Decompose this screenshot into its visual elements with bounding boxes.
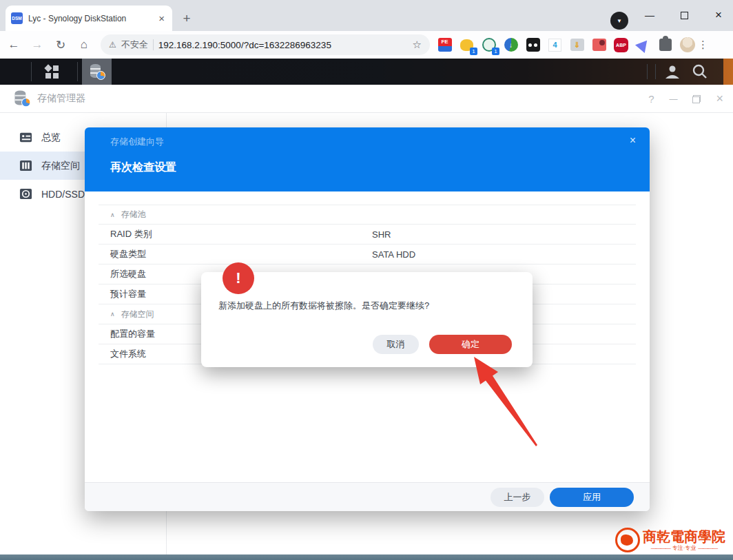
taskbar-divider bbox=[647, 64, 648, 79]
home-icon[interactable]: ⌂ bbox=[74, 35, 94, 54]
storage-manager-icon bbox=[89, 63, 105, 80]
chevron-up-icon: ∧ bbox=[110, 211, 115, 218]
window-titlebar[interactable]: 存储管理器 ? — × bbox=[0, 85, 733, 113]
darkreader-extension-icon[interactable] bbox=[525, 37, 541, 53]
four-icon: 4 bbox=[548, 39, 561, 52]
overview-icon bbox=[19, 131, 32, 144]
row-value: SATA HDD bbox=[372, 249, 415, 260]
alert-exclamation-icon: ! bbox=[223, 262, 254, 294]
bird-extension-icon[interactable] bbox=[635, 37, 651, 53]
watermark-title: 商乾電商學院 bbox=[643, 529, 725, 544]
watermark: 商乾電商學院 专注·专业 bbox=[615, 526, 732, 554]
close-icon[interactable]: × bbox=[716, 92, 723, 106]
section-row-storage-pool[interactable]: ∧ 存储池 bbox=[99, 205, 636, 225]
apps-grid-icon bbox=[45, 65, 59, 79]
sidebar-item-label: 存储空间 bbox=[41, 160, 80, 172]
forward-icon[interactable]: → bbox=[28, 35, 47, 54]
new-tab-button[interactable]: + bbox=[178, 10, 196, 28]
row-label: 配置的容量 bbox=[99, 328, 155, 340]
section-label: 存储空间 bbox=[121, 309, 154, 320]
minimize-icon[interactable]: — bbox=[669, 94, 677, 104]
section-label: 存储池 bbox=[121, 209, 146, 220]
address-bar[interactable]: ⚠ 不安全 192.168.2.190:5000/?dc=16322869632… bbox=[101, 34, 430, 55]
wizard-close-icon[interactable]: × bbox=[630, 134, 636, 147]
profile-avatar[interactable] bbox=[679, 37, 695, 53]
row-value: SHR bbox=[372, 229, 391, 240]
hdd-icon bbox=[19, 187, 32, 200]
dark-eyes-icon bbox=[526, 38, 540, 52]
url-text[interactable]: 192.168.2.190:5000/?dc=1632286963235 bbox=[158, 40, 408, 50]
red-annotation-arrow bbox=[448, 348, 544, 451]
user-icon[interactable] bbox=[663, 63, 681, 80]
cancel-button[interactable]: 取消 bbox=[373, 335, 419, 354]
image-download-icon: ⇓ bbox=[570, 39, 584, 51]
row-label: 所选硬盘 bbox=[99, 268, 146, 280]
browser-maximize-button[interactable] bbox=[674, 6, 694, 25]
picture-extension-icon[interactable] bbox=[591, 37, 607, 53]
row-label: 硬盘类型 bbox=[99, 248, 146, 260]
not-secure-warning-icon[interactable]: ⚠ bbox=[109, 40, 116, 50]
back-icon[interactable]: ← bbox=[4, 35, 23, 54]
browser-tab-strip: DSM Lyc - Synology DiskStation × + ▼ — × bbox=[0, 0, 733, 31]
confirm-message: 新添加硬盘上的所有数据将被擦除。是否确定要继续? bbox=[218, 300, 429, 312]
row-label: 文件系统 bbox=[99, 348, 146, 360]
taskbar-divider bbox=[77, 62, 78, 81]
window-controls: ? — × bbox=[648, 85, 723, 113]
desktop-bottom-strip bbox=[0, 554, 733, 560]
browser-tab[interactable]: DSM Lyc - Synology DiskStation × bbox=[6, 6, 172, 31]
adblock-extension-icon[interactable]: ABP bbox=[613, 37, 629, 53]
fe-icon: FE bbox=[438, 38, 452, 52]
four-extension-icon[interactable]: 4 bbox=[547, 37, 563, 53]
reload-icon[interactable]: ↻ bbox=[51, 35, 70, 54]
row-label: RAID 类别 bbox=[99, 228, 152, 240]
avatar bbox=[680, 37, 695, 52]
abp-icon: ABP bbox=[614, 38, 628, 52]
main-menu-button[interactable] bbox=[32, 59, 72, 85]
wizard-title: 存储创建向导 bbox=[110, 136, 164, 148]
red-picture-icon bbox=[592, 39, 606, 51]
storage-manager-app-icon bbox=[13, 90, 30, 107]
storage-manager-task-button[interactable] bbox=[82, 59, 112, 85]
help-icon[interactable]: ? bbox=[648, 93, 654, 105]
table-row: RAID 类别 SHR bbox=[99, 225, 636, 245]
fe-extension-icon[interactable]: FE bbox=[437, 37, 453, 53]
media-controls-icon[interactable]: ▼ bbox=[610, 12, 628, 30]
wizard-header: 存储创建向导 × 再次检查设置 bbox=[85, 127, 650, 191]
extension-badge: 1 bbox=[492, 48, 499, 55]
extensions-puzzle-icon[interactable] bbox=[657, 37, 673, 53]
watermark-logo-icon bbox=[615, 528, 640, 552]
volume-icon bbox=[19, 159, 32, 172]
window-title: 存储管理器 bbox=[37, 92, 85, 105]
wizard-footer: 上一步 应用 bbox=[85, 482, 650, 511]
dsm-favicon: DSM bbox=[11, 12, 23, 24]
back-button[interactable]: 上一步 bbox=[491, 488, 544, 507]
sidebar-item-label: HDD/SSD bbox=[41, 189, 85, 200]
taskbar-divider bbox=[655, 64, 656, 79]
blue-bird-icon bbox=[634, 37, 651, 53]
dsm-taskbar bbox=[0, 59, 733, 85]
sidebar-item-label: 总览 bbox=[41, 132, 61, 144]
restore-icon[interactable] bbox=[692, 95, 701, 103]
maximize-icon bbox=[681, 12, 688, 19]
tab-close-icon[interactable]: × bbox=[156, 12, 167, 24]
image-downloader-extension-icon[interactable]: ⇓ bbox=[569, 37, 585, 53]
table-row: 硬盘类型 SATA HDD bbox=[99, 245, 636, 265]
browser-toolbar: ← → ↻ ⌂ ⚠ 不安全 192.168.2.190:5000/?dc=163… bbox=[0, 31, 733, 59]
chevron-up-icon: ∧ bbox=[110, 311, 115, 318]
browser-minimize-button[interactable]: — bbox=[639, 6, 660, 25]
bookmark-star-icon[interactable]: ☆ bbox=[413, 39, 422, 51]
download-globe-icon: ↓ bbox=[504, 38, 518, 52]
chrome-menu-icon[interactable]: ⋮ bbox=[698, 39, 708, 51]
search-icon[interactable] bbox=[690, 63, 708, 80]
security-label: 不安全 bbox=[121, 39, 148, 51]
palm-extension-icon[interactable]: 1 bbox=[481, 37, 497, 53]
puzzle-icon bbox=[659, 39, 672, 51]
browser-close-button[interactable]: × bbox=[708, 6, 729, 25]
wizard-step-title: 再次检查设置 bbox=[110, 160, 176, 175]
tab-title: Lyc - Synology DiskStation bbox=[28, 14, 151, 23]
idm-extension-icon[interactable]: ↓ bbox=[503, 37, 519, 53]
watermark-subtitle: 专注·专业 bbox=[649, 544, 720, 552]
cat-extension-icon[interactable]: 1 bbox=[459, 37, 475, 53]
apply-button[interactable]: 应用 bbox=[550, 488, 634, 507]
extensions-row: FE 1 1 ↓ 4 ⇓ ABP bbox=[437, 37, 695, 53]
